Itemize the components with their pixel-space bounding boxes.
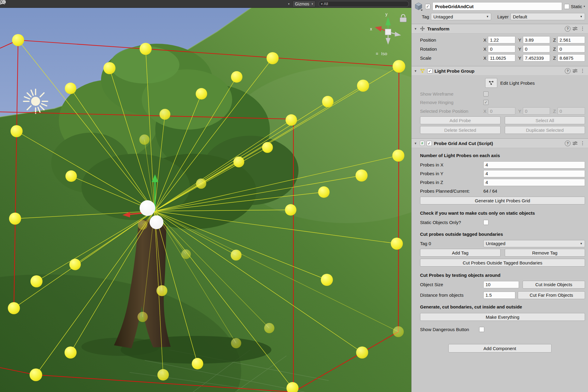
position-x-field[interactable]: 1.22 bbox=[488, 36, 515, 43]
show-dangerous-button-checkbox[interactable] bbox=[479, 327, 484, 332]
probes-in-x-field[interactable]: 4 bbox=[483, 161, 585, 169]
gameobject-name-field[interactable]: ProbeGridAndCut bbox=[432, 2, 562, 11]
light-probe[interactable] bbox=[321, 274, 333, 286]
light-probe[interactable] bbox=[231, 338, 241, 348]
position-y-field[interactable]: 3.89 bbox=[523, 36, 550, 43]
light-probe[interactable] bbox=[157, 369, 169, 381]
help-icon[interactable]: ? bbox=[565, 68, 571, 74]
scene-search-field[interactable]: ▾ All bbox=[318, 1, 409, 7]
probe-grid-script-header[interactable]: ▼ # Probe Grid And Cut (Script) ? ⋮ bbox=[412, 138, 588, 148]
light-probe[interactable] bbox=[322, 96, 334, 107]
light-probe[interactable] bbox=[65, 346, 77, 359]
static-checkbox[interactable] bbox=[564, 4, 569, 9]
selected-light-probe[interactable] bbox=[150, 215, 163, 229]
light-probe[interactable] bbox=[267, 52, 279, 64]
help-icon[interactable]: ? bbox=[565, 26, 571, 32]
selected-light-probe[interactable] bbox=[140, 200, 155, 216]
light-probe[interactable] bbox=[192, 358, 203, 369]
duplicate-selected-button[interactable]: Duplicate Selected bbox=[505, 126, 585, 134]
light-probe[interactable] bbox=[65, 170, 77, 182]
light-probe[interactable] bbox=[65, 83, 76, 94]
presets-icon[interactable] bbox=[573, 141, 577, 145]
light-probe[interactable] bbox=[285, 204, 296, 216]
light-probe[interactable] bbox=[391, 238, 403, 250]
light-probe[interactable] bbox=[139, 134, 150, 145]
foldout-arrow-icon[interactable]: ▼ bbox=[414, 27, 418, 30]
light-probe[interactable] bbox=[160, 109, 170, 120]
light-probe[interactable] bbox=[393, 326, 404, 337]
delete-selected-button[interactable]: Delete Selected bbox=[420, 126, 501, 134]
scale-x-field[interactable]: 11.0625 bbox=[488, 54, 515, 62]
kebab-menu-icon[interactable]: ⋮ bbox=[580, 141, 586, 146]
light-probe[interactable] bbox=[393, 60, 405, 73]
transform-header[interactable]: ▼ Transform ? ⋮ bbox=[412, 24, 588, 33]
probes-in-y-field[interactable]: 4 bbox=[483, 170, 585, 177]
rotation-z-field[interactable]: 0 bbox=[558, 45, 585, 52]
layer-dropdown[interactable]: Default▼ bbox=[511, 13, 585, 20]
light-probe[interactable] bbox=[231, 71, 242, 83]
iso-label[interactable]: Iso bbox=[381, 51, 387, 56]
position-z-field[interactable]: 2.561 bbox=[558, 36, 585, 43]
active-checkbox[interactable] bbox=[425, 4, 430, 9]
gizmo-center-cube[interactable] bbox=[385, 29, 391, 35]
cut-inside-objects-button[interactable]: Cut Inside Objects bbox=[523, 281, 585, 289]
light-probe[interactable] bbox=[181, 249, 191, 259]
scale-y-field[interactable]: 7.452339 bbox=[523, 54, 550, 62]
help-icon[interactable]: ? bbox=[565, 141, 571, 146]
tag-dropdown[interactable]: Untagged▼ bbox=[431, 13, 491, 20]
cut-probes-outside-button[interactable]: Cut Probes Outside Tagged Boundaries bbox=[420, 259, 585, 267]
add-probe-button[interactable]: Add Probe bbox=[420, 116, 501, 124]
rotation-y-field[interactable]: 0 bbox=[523, 45, 550, 52]
light-probe[interactable] bbox=[8, 302, 20, 314]
add-tag-button[interactable]: Add Tag bbox=[420, 249, 501, 257]
light-probe-group-header[interactable]: ▼ Light Probe Group ? ⋮ bbox=[412, 66, 588, 76]
remove-ringing-checkbox[interactable] bbox=[483, 100, 488, 105]
light-probe[interactable] bbox=[103, 62, 115, 74]
probes-in-z-field[interactable]: 4 bbox=[483, 179, 585, 186]
rotation-x-field[interactable]: 0 bbox=[488, 45, 515, 52]
light-probe[interactable] bbox=[356, 169, 368, 182]
generate-light-probes-grid-button[interactable]: Generate Light Probes Grid bbox=[420, 197, 585, 204]
make-everything-button[interactable]: Make Everything bbox=[420, 313, 585, 321]
scale-z-field[interactable]: 8.6875 bbox=[558, 54, 585, 62]
light-probe[interactable] bbox=[356, 346, 368, 359]
light-probe[interactable] bbox=[140, 43, 152, 55]
add-component-button[interactable]: Add Component bbox=[448, 344, 552, 352]
kebab-menu-icon[interactable]: ⋮ bbox=[580, 68, 586, 73]
light-probe[interactable] bbox=[69, 259, 81, 270]
static-dropdown-arrow[interactable]: ▾ bbox=[583, 5, 585, 8]
search-filter-arrow[interactable]: ▾ bbox=[321, 2, 323, 5]
edit-light-probes-button[interactable] bbox=[485, 78, 497, 88]
light-probe[interactable] bbox=[264, 323, 274, 333]
light-probe[interactable] bbox=[392, 150, 404, 162]
presets-icon[interactable] bbox=[573, 27, 577, 31]
directional-light-icon[interactable] bbox=[24, 89, 48, 113]
camera-dropdown-arrow[interactable]: ▾ bbox=[288, 2, 289, 5]
light-probe[interactable] bbox=[233, 156, 244, 167]
light-probe[interactable] bbox=[318, 186, 330, 198]
light-probe[interactable] bbox=[262, 142, 273, 153]
cut-far-from-objects-button[interactable]: Cut Far From Objects bbox=[518, 291, 585, 299]
tag0-dropdown[interactable]: Untagged▼ bbox=[483, 240, 585, 247]
light-probe[interactable] bbox=[231, 250, 242, 261]
camera-icon[interactable]: ▾ bbox=[288, 2, 289, 5]
light-probe[interactable] bbox=[357, 80, 369, 92]
light-probe[interactable] bbox=[138, 220, 147, 230]
scene-view[interactable]: y x ≡ Iso bbox=[0, 0, 411, 392]
light-probe[interactable] bbox=[12, 34, 24, 46]
light-probe[interactable] bbox=[9, 213, 21, 225]
remove-tag-button[interactable]: Remove Tag bbox=[505, 249, 585, 257]
light-probe[interactable] bbox=[30, 275, 43, 287]
light-probe[interactable] bbox=[156, 285, 167, 296]
static-objects-only-checkbox[interactable] bbox=[483, 220, 488, 225]
light-probe[interactable] bbox=[196, 179, 206, 189]
light-probe[interactable] bbox=[286, 114, 297, 126]
foldout-arrow-icon[interactable]: ▼ bbox=[414, 142, 418, 145]
presets-icon[interactable] bbox=[573, 69, 577, 73]
gameobject-icon[interactable] bbox=[414, 2, 423, 11]
component-enabled-checkbox[interactable] bbox=[427, 68, 432, 74]
light-probe[interactable] bbox=[196, 88, 207, 100]
foldout-arrow-icon[interactable]: ▼ bbox=[414, 69, 418, 73]
object-size-field[interactable]: 10 bbox=[483, 281, 519, 288]
scene-canvas[interactable]: y x ≡ Iso bbox=[0, 0, 411, 392]
